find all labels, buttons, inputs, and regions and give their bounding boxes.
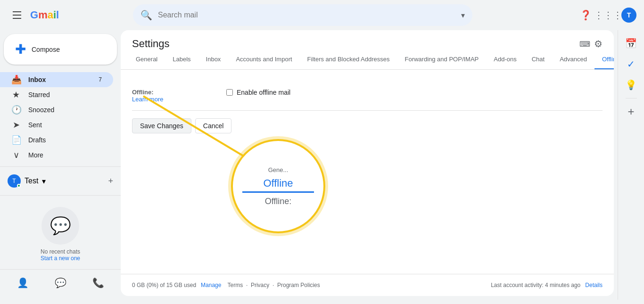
chat-start-link[interactable]: Start a new one bbox=[41, 255, 80, 262]
magnifier-tab-hint: Gene... bbox=[268, 166, 289, 173]
chat-bubble-icon[interactable]: 💬 bbox=[51, 273, 70, 292]
tab-inbox[interactable]: Inbox bbox=[198, 50, 229, 70]
sidebar: ✚ Compose 📥 Inbox 7 ★ Starred 🕐 Snoozed … bbox=[0, 30, 121, 300]
more-icon: ∨ bbox=[11, 150, 21, 160]
keep-icon[interactable]: 💡 bbox=[622, 75, 641, 94]
right-panel-divider bbox=[626, 98, 637, 99]
compose-plus-icon: ✚ bbox=[15, 41, 26, 57]
magnifier-offline-label: Offline: bbox=[265, 197, 292, 206]
top-bar-left: Gmail bbox=[8, 6, 129, 25]
more-label: More bbox=[28, 151, 102, 159]
footer-privacy[interactable]: Privacy bbox=[251, 282, 269, 288]
footer-left: 0 GB (0%) of 15 GB used Manage Terms · P… bbox=[132, 282, 320, 288]
search-dropdown-icon[interactable]: ▾ bbox=[461, 11, 465, 20]
offline-label-col: Offline: Learn more bbox=[132, 89, 226, 103]
snoozed-icon: 🕐 bbox=[11, 105, 21, 115]
sidebar-bottom: 👤 💬 📞 bbox=[0, 269, 121, 296]
user-dropdown-icon[interactable]: ▾ bbox=[42, 177, 46, 186]
gear-icon[interactable]: ⚙ bbox=[594, 38, 603, 49]
calendar-icon[interactable]: 📅 bbox=[622, 34, 641, 53]
right-panel-add-button[interactable]: + bbox=[622, 102, 641, 121]
gmail-logo: Gmail bbox=[30, 9, 59, 21]
tab-forwarding[interactable]: Forwarding and POP/IMAP bbox=[397, 50, 486, 70]
cancel-button[interactable]: Cancel bbox=[195, 118, 232, 133]
user-status-indicator bbox=[17, 184, 21, 188]
footer-right: Last account activity: 4 minutes ago Det… bbox=[491, 282, 603, 288]
search-bar[interactable]: 🔍 ▾ bbox=[133, 4, 472, 26]
drafts-icon: 📄 bbox=[11, 135, 21, 145]
sidebar-item-snoozed[interactable]: 🕐 Snoozed bbox=[0, 102, 113, 117]
tab-offline[interactable]: Offline bbox=[594, 50, 614, 70]
add-label-button[interactable]: + bbox=[108, 176, 113, 186]
main-layout: ✚ Compose 📥 Inbox 7 ★ Starred 🕐 Snoozed … bbox=[0, 30, 644, 300]
offline-row: Offline: Learn more Enable offline mail bbox=[132, 81, 603, 111]
user-name: Test bbox=[25, 177, 38, 185]
save-changes-button[interactable]: Save Changes bbox=[132, 118, 191, 133]
sidebar-item-starred[interactable]: ★ Starred bbox=[0, 87, 113, 102]
tab-accounts-import[interactable]: Accounts and Import bbox=[228, 50, 299, 70]
phone-icon[interactable]: 📞 bbox=[89, 273, 107, 292]
footer-program-policies[interactable]: Program Policies bbox=[277, 282, 320, 288]
last-activity: Last account activity: 4 minutes ago bbox=[491, 282, 580, 288]
enable-offline-checkbox[interactable] bbox=[226, 89, 233, 96]
inbox-label: Inbox bbox=[28, 76, 91, 83]
offline-learn-more[interactable]: Learn more bbox=[132, 96, 226, 103]
sidebar-item-more[interactable]: ∨ More bbox=[0, 148, 113, 163]
inbox-count: 7 bbox=[99, 76, 102, 83]
footer-terms[interactable]: Terms bbox=[228, 282, 243, 288]
tasks-icon[interactable]: ✓ bbox=[622, 55, 641, 74]
top-bar: Gmail 🔍 ▾ ❓ ⋮⋮⋮ T bbox=[0, 0, 644, 30]
avatar[interactable]: T bbox=[621, 8, 636, 23]
offline-section: Offline: Learn more Enable offline mail … bbox=[132, 81, 603, 141]
sent-icon: ➤ bbox=[11, 120, 21, 130]
content-area: Settings ⌨ ⚙ General Labels Inbox Accoun… bbox=[121, 30, 614, 296]
sidebar-item-inbox[interactable]: 📥 Inbox 7 bbox=[0, 72, 113, 87]
offline-label: Offline: bbox=[132, 89, 226, 96]
settings-buttons: Save Changes Cancel bbox=[132, 111, 603, 141]
settings-title: Settings bbox=[132, 38, 170, 50]
starred-label: Starred bbox=[28, 91, 102, 99]
starred-icon: ★ bbox=[11, 90, 21, 100]
help-button[interactable]: ❓ bbox=[576, 6, 595, 25]
sent-label: Sent bbox=[28, 121, 102, 129]
compose-label: Compose bbox=[32, 46, 60, 53]
manage-link[interactable]: Manage bbox=[201, 282, 221, 288]
compose-button[interactable]: ✚ Compose bbox=[4, 34, 117, 65]
right-panel: 📅 ✓ 💡 + bbox=[618, 30, 644, 300]
tab-general[interactable]: General bbox=[128, 50, 165, 70]
sidebar-divider bbox=[0, 166, 121, 167]
enable-offline-label: Enable offline mail bbox=[237, 89, 290, 96]
settings-footer: 0 GB (0%) of 15 GB used Manage Terms · P… bbox=[121, 274, 614, 296]
magnifier-offline-text: Offline bbox=[242, 177, 314, 193]
details-link[interactable]: Details bbox=[585, 282, 603, 288]
sidebar-divider-2 bbox=[0, 195, 121, 196]
tab-advanced[interactable]: Advanced bbox=[552, 50, 594, 70]
settings-header: Settings ⌨ ⚙ bbox=[121, 30, 614, 50]
magnifier-overlay: Gene... Offline Offline: bbox=[231, 139, 325, 233]
storage-info: 0 GB (0%) of 15 GB used bbox=[132, 282, 196, 288]
keyboard-icon[interactable]: ⌨ bbox=[579, 40, 590, 49]
sidebar-user[interactable]: T Test ▾ + bbox=[0, 171, 121, 191]
offline-control-col: Enable offline mail bbox=[226, 89, 290, 96]
sidebar-item-sent[interactable]: ➤ Sent bbox=[0, 117, 113, 132]
magnifier-content: Gene... Offline Offline: bbox=[233, 141, 323, 231]
settings-tabs: General Labels Inbox Accounts and Import… bbox=[121, 50, 614, 70]
search-input[interactable] bbox=[158, 11, 457, 19]
inbox-icon: 📥 bbox=[11, 74, 21, 85]
chat-icon: 💬 bbox=[41, 207, 79, 245]
gmail-m-icon: Gmail bbox=[30, 9, 59, 21]
tab-filters-blocked[interactable]: Filters and Blocked Addresses bbox=[300, 50, 397, 70]
settings-toolbar-right: ⌨ ⚙ bbox=[579, 38, 603, 49]
settings-content: Offline: Learn more Enable offline mail … bbox=[121, 70, 614, 274]
drafts-label: Drafts bbox=[28, 136, 102, 144]
tab-labels[interactable]: Labels bbox=[165, 50, 198, 70]
snoozed-label: Snoozed bbox=[28, 106, 102, 114]
sidebar-item-drafts[interactable]: 📄 Drafts bbox=[0, 132, 113, 148]
people-icon[interactable]: 👤 bbox=[13, 273, 32, 292]
tab-addons[interactable]: Add-ons bbox=[486, 50, 524, 70]
tab-chat[interactable]: Chat bbox=[524, 50, 552, 70]
hamburger-menu[interactable] bbox=[8, 6, 26, 25]
search-icon: 🔍 bbox=[140, 9, 152, 21]
chat-placeholder: 💬 No recent chats Start a new one bbox=[0, 199, 121, 269]
apps-grid-button[interactable]: ⋮⋮⋮ bbox=[599, 6, 618, 25]
